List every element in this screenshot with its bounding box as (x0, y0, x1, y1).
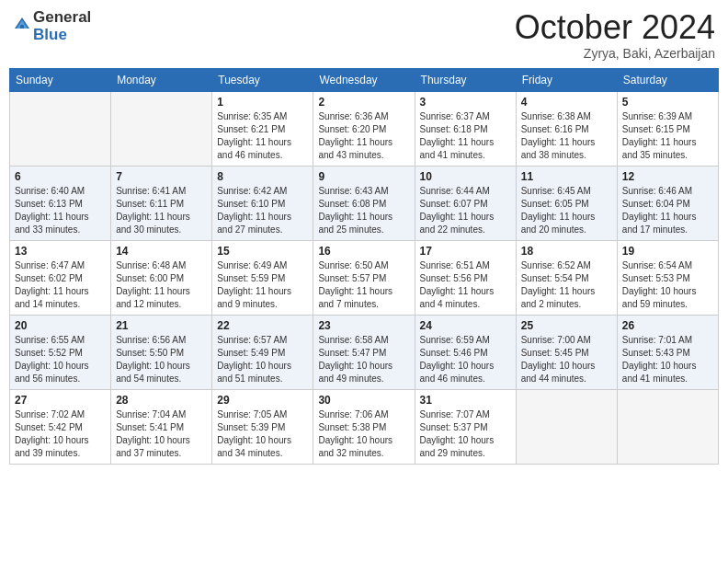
day-info: Sunrise: 6:36 AM Sunset: 6:20 PM Dayligh… (318, 110, 409, 162)
calendar-cell: 13Sunrise: 6:47 AM Sunset: 6:02 PM Dayli… (10, 240, 111, 315)
day-info: Sunrise: 6:40 AM Sunset: 6:13 PM Dayligh… (15, 185, 106, 236)
day-info: Sunrise: 6:35 AM Sunset: 6:21 PM Dayligh… (217, 110, 308, 162)
day-number: 15 (217, 245, 308, 258)
day-info: Sunrise: 6:50 AM Sunset: 5:57 PM Dayligh… (318, 259, 409, 311)
calendar-week-row: 13Sunrise: 6:47 AM Sunset: 6:02 PM Dayli… (10, 240, 719, 315)
day-info: Sunrise: 6:45 AM Sunset: 6:05 PM Dayligh… (521, 185, 612, 236)
calendar-cell: 3Sunrise: 6:37 AM Sunset: 6:18 PM Daylig… (415, 91, 516, 166)
day-number: 10 (420, 170, 511, 183)
day-number: 17 (420, 245, 511, 258)
calendar-cell: 31Sunrise: 7:07 AM Sunset: 5:37 PM Dayli… (415, 389, 516, 464)
calendar-cell: 8Sunrise: 6:42 AM Sunset: 6:10 PM Daylig… (212, 166, 313, 240)
calendar-cell (111, 91, 212, 166)
calendar-cell (516, 389, 617, 464)
header-wednesday: Wednesday (313, 68, 415, 91)
calendar-cell: 16Sunrise: 6:50 AM Sunset: 5:57 PM Dayli… (313, 240, 415, 315)
header-monday: Monday (111, 68, 212, 91)
day-number: 1 (217, 96, 308, 109)
day-info: Sunrise: 6:51 AM Sunset: 5:56 PM Dayligh… (420, 259, 511, 311)
day-number: 23 (318, 319, 409, 332)
logo-blue: Blue (33, 27, 91, 44)
calendar-cell: 10Sunrise: 6:44 AM Sunset: 6:07 PM Dayli… (415, 166, 516, 240)
day-info: Sunrise: 6:37 AM Sunset: 6:18 PM Dayligh… (420, 110, 511, 162)
calendar-cell: 9Sunrise: 6:43 AM Sunset: 6:08 PM Daylig… (313, 166, 415, 240)
month-title: October 2024 (515, 9, 715, 46)
svg-rect-2 (20, 25, 24, 29)
day-number: 22 (217, 319, 308, 332)
day-number: 2 (318, 96, 409, 109)
day-number: 14 (116, 245, 207, 258)
calendar-cell: 24Sunrise: 6:59 AM Sunset: 5:46 PM Dayli… (415, 315, 516, 389)
header-sunday: Sunday (10, 68, 111, 91)
day-info: Sunrise: 6:49 AM Sunset: 5:59 PM Dayligh… (217, 259, 308, 311)
day-info: Sunrise: 7:01 AM Sunset: 5:43 PM Dayligh… (622, 334, 713, 385)
calendar-cell: 20Sunrise: 6:55 AM Sunset: 5:52 PM Dayli… (10, 315, 111, 389)
header-tuesday: Tuesday (212, 68, 313, 91)
day-info: Sunrise: 7:05 AM Sunset: 5:39 PM Dayligh… (217, 408, 308, 460)
calendar-cell: 25Sunrise: 7:00 AM Sunset: 5:45 PM Dayli… (516, 315, 617, 389)
day-info: Sunrise: 7:07 AM Sunset: 5:37 PM Dayligh… (420, 408, 511, 460)
day-number: 8 (217, 170, 308, 183)
calendar-header-row: SundayMondayTuesdayWednesdayThursdayFrid… (10, 68, 719, 91)
day-number: 3 (420, 96, 511, 109)
calendar-cell: 27Sunrise: 7:02 AM Sunset: 5:42 PM Dayli… (10, 389, 111, 464)
calendar-week-row: 6Sunrise: 6:40 AM Sunset: 6:13 PM Daylig… (10, 166, 719, 240)
day-info: Sunrise: 6:38 AM Sunset: 6:16 PM Dayligh… (521, 110, 612, 162)
calendar-cell: 19Sunrise: 6:54 AM Sunset: 5:53 PM Dayli… (617, 240, 718, 315)
day-info: Sunrise: 6:44 AM Sunset: 6:07 PM Dayligh… (420, 185, 511, 236)
day-number: 31 (420, 394, 511, 407)
day-number: 12 (622, 170, 713, 183)
day-info: Sunrise: 7:06 AM Sunset: 5:38 PM Dayligh… (318, 408, 409, 460)
logo-icon (13, 16, 31, 34)
day-number: 7 (116, 170, 207, 183)
day-info: Sunrise: 6:52 AM Sunset: 5:54 PM Dayligh… (521, 259, 612, 311)
logo: General Blue (13, 9, 91, 43)
day-number: 19 (622, 245, 713, 258)
day-info: Sunrise: 6:42 AM Sunset: 6:10 PM Dayligh… (217, 185, 308, 236)
calendar-cell (617, 389, 718, 464)
day-number: 9 (318, 170, 409, 183)
header-friday: Friday (516, 68, 617, 91)
day-number: 30 (318, 394, 409, 407)
day-info: Sunrise: 6:55 AM Sunset: 5:52 PM Dayligh… (15, 334, 106, 385)
page-header: General Blue October 2024 Zyrya, Baki, A… (9, 9, 719, 61)
day-info: Sunrise: 7:02 AM Sunset: 5:42 PM Dayligh… (15, 408, 106, 460)
calendar-cell (10, 91, 111, 166)
day-info: Sunrise: 6:58 AM Sunset: 5:47 PM Dayligh… (318, 334, 409, 385)
calendar-cell: 11Sunrise: 6:45 AM Sunset: 6:05 PM Dayli… (516, 166, 617, 240)
calendar-cell: 26Sunrise: 7:01 AM Sunset: 5:43 PM Dayli… (617, 315, 718, 389)
calendar-cell: 22Sunrise: 6:57 AM Sunset: 5:49 PM Dayli… (212, 315, 313, 389)
day-info: Sunrise: 6:39 AM Sunset: 6:15 PM Dayligh… (622, 110, 713, 162)
calendar-cell: 18Sunrise: 6:52 AM Sunset: 5:54 PM Dayli… (516, 240, 617, 315)
calendar-cell: 12Sunrise: 6:46 AM Sunset: 6:04 PM Dayli… (617, 166, 718, 240)
calendar-cell: 30Sunrise: 7:06 AM Sunset: 5:38 PM Dayli… (313, 389, 415, 464)
day-number: 13 (15, 245, 106, 258)
day-number: 21 (116, 319, 207, 332)
day-info: Sunrise: 7:00 AM Sunset: 5:45 PM Dayligh… (521, 334, 612, 385)
day-number: 27 (15, 394, 106, 407)
calendar-cell: 1Sunrise: 6:35 AM Sunset: 6:21 PM Daylig… (212, 91, 313, 166)
day-number: 26 (622, 319, 713, 332)
calendar-cell: 5Sunrise: 6:39 AM Sunset: 6:15 PM Daylig… (617, 91, 718, 166)
day-info: Sunrise: 6:46 AM Sunset: 6:04 PM Dayligh… (622, 185, 713, 236)
day-number: 16 (318, 245, 409, 258)
location: Zyrya, Baki, Azerbaijan (515, 46, 715, 61)
day-info: Sunrise: 6:54 AM Sunset: 5:53 PM Dayligh… (622, 259, 713, 311)
calendar-week-row: 20Sunrise: 6:55 AM Sunset: 5:52 PM Dayli… (10, 315, 719, 389)
header-saturday: Saturday (617, 68, 718, 91)
calendar-cell: 15Sunrise: 6:49 AM Sunset: 5:59 PM Dayli… (212, 240, 313, 315)
day-info: Sunrise: 6:57 AM Sunset: 5:49 PM Dayligh… (217, 334, 308, 385)
day-info: Sunrise: 7:04 AM Sunset: 5:41 PM Dayligh… (116, 408, 207, 460)
calendar-cell: 7Sunrise: 6:41 AM Sunset: 6:11 PM Daylig… (111, 166, 212, 240)
day-number: 28 (116, 394, 207, 407)
calendar-table: SundayMondayTuesdayWednesdayThursdayFrid… (9, 68, 719, 465)
day-info: Sunrise: 6:43 AM Sunset: 6:08 PM Dayligh… (318, 185, 409, 236)
header-thursday: Thursday (415, 68, 516, 91)
logo-general: General (33, 9, 91, 27)
calendar-cell: 14Sunrise: 6:48 AM Sunset: 6:00 PM Dayli… (111, 240, 212, 315)
calendar-cell: 2Sunrise: 6:36 AM Sunset: 6:20 PM Daylig… (313, 91, 415, 166)
day-number: 24 (420, 319, 511, 332)
day-number: 4 (521, 96, 612, 109)
calendar-cell: 28Sunrise: 7:04 AM Sunset: 5:41 PM Dayli… (111, 389, 212, 464)
calendar-cell: 21Sunrise: 6:56 AM Sunset: 5:50 PM Dayli… (111, 315, 212, 389)
